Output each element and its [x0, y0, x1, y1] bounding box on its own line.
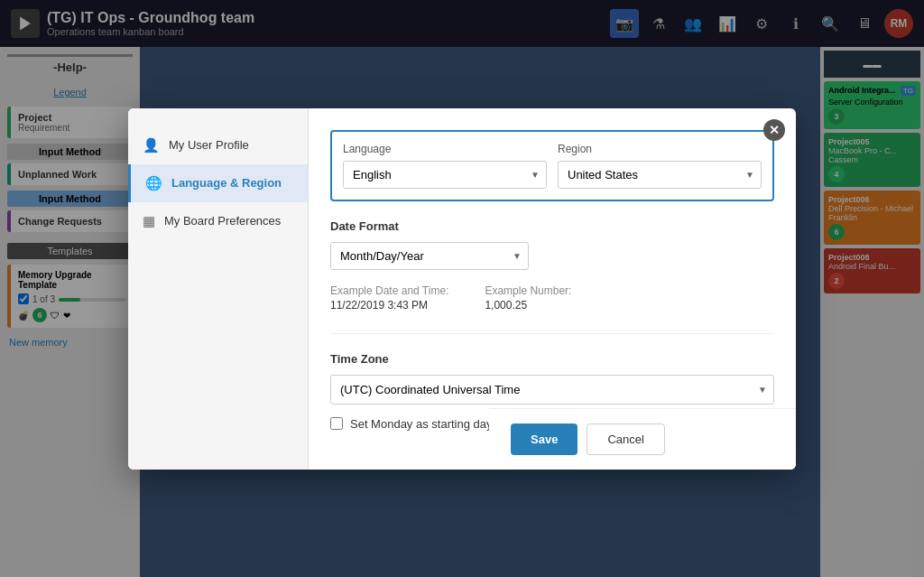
nav-item-user-profile[interactable]: 👤 My User Profile: [128, 126, 308, 164]
region-label: Region: [558, 143, 762, 155]
example-date-label: Example Date and Time:: [330, 284, 448, 297]
monday-checkbox[interactable]: [330, 417, 343, 430]
example-number-value: 1,000.25: [485, 299, 571, 312]
nav-label-user-profile: My User Profile: [169, 138, 249, 152]
example-row: Example Date and Time: 11/22/2019 3:43 P…: [330, 284, 774, 312]
region-select[interactable]: United States: [558, 161, 762, 189]
section-divider: [330, 333, 774, 334]
region-col: Region United States ▼: [558, 143, 762, 189]
example-date-value: 11/22/2019 3:43 PM: [330, 299, 448, 312]
modal-main-content: Language English ▼ Region United States …: [309, 108, 796, 470]
date-format-select[interactable]: Month/Day/Year Day/Month/Year Year/Month…: [330, 242, 529, 270]
close-button[interactable]: ✕: [763, 119, 785, 141]
language-label: Language: [343, 143, 547, 155]
nav-item-board-preferences[interactable]: ▦ My Board Preferences: [128, 202, 308, 240]
nav-label-board-preferences: My Board Preferences: [164, 214, 281, 228]
globe-icon: 🌐: [145, 175, 162, 191]
grid-icon: ▦: [143, 213, 155, 229]
date-format-select-wrap: Month/Day/Year Day/Month/Year Year/Month…: [330, 242, 529, 270]
person-icon: 👤: [143, 137, 160, 154]
settings-modal: ✕ 👤 My User Profile 🌐 Language & Region …: [128, 108, 796, 470]
timezone-select[interactable]: (UTC) Coordinated Universal Time (UTC-05…: [330, 375, 774, 405]
language-region-section: Language English ▼ Region United States …: [330, 130, 774, 201]
nav-label-language-region: Language & Region: [171, 176, 282, 190]
example-number-item: Example Number: 1,000.25: [485, 284, 571, 312]
modal-footer: Save Cancel: [489, 408, 796, 470]
date-format-title: Date Format: [330, 219, 774, 233]
language-select[interactable]: English: [343, 161, 547, 189]
timezone-title: Time Zone: [330, 352, 774, 366]
example-date-item: Example Date and Time: 11/22/2019 3:43 P…: [330, 284, 448, 312]
save-button[interactable]: Save: [511, 423, 578, 455]
nav-item-language-region[interactable]: 🌐 Language & Region: [128, 164, 308, 202]
timezone-select-wrap: (UTC) Coordinated Universal Time (UTC-05…: [330, 375, 774, 405]
example-number-label: Example Number:: [485, 284, 571, 297]
language-col: Language English ▼: [343, 143, 547, 189]
modal-sidebar: 👤 My User Profile 🌐 Language & Region ▦ …: [128, 108, 309, 470]
cancel-button[interactable]: Cancel: [587, 423, 664, 455]
